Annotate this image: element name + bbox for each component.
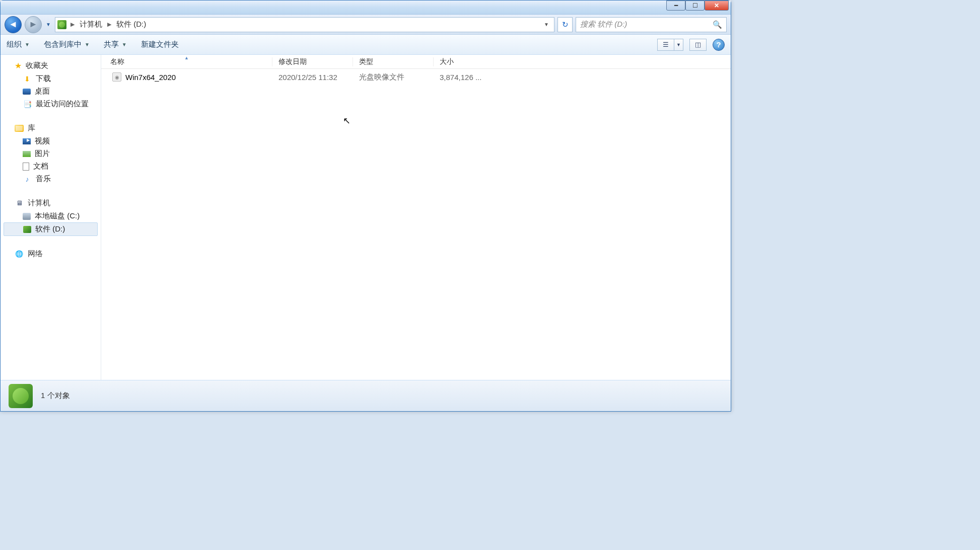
help-button[interactable]: ?	[713, 39, 725, 51]
drive-icon	[57, 20, 66, 29]
computer-label: 计算机	[28, 198, 50, 208]
file-row[interactable]: ◉ Win7x64_2020 2020/12/25 11:32 光盘映像文件 3…	[101, 69, 731, 85]
iso-file-icon: ◉	[112, 72, 121, 82]
view-mode-button[interactable]: ☰	[657, 39, 674, 51]
sidebar-drive-d[interactable]: 软件 (D:)	[4, 222, 98, 236]
search-icon[interactable]: 🔍	[713, 20, 722, 29]
favorites-group: ★ 收藏夹 下载 桌面 最近访问的位置	[1, 59, 101, 110]
titlebar[interactable]: ━ ☐ ✕	[1, 1, 731, 15]
drive-icon	[23, 213, 31, 220]
navigation-pane: ★ 收藏夹 下载 桌面 最近访问的位置	[1, 55, 101, 380]
download-icon	[23, 74, 32, 84]
computer-group: 计算机 本地磁盘 (C:) 软件 (D:)	[1, 196, 101, 236]
desktop-icon	[23, 89, 31, 95]
refresh-button[interactable]: ↻	[557, 17, 573, 32]
organize-button[interactable]: 组织 ▼	[7, 40, 30, 49]
library-icon	[15, 125, 24, 132]
sidebar-favorites[interactable]: ★ 收藏夹	[1, 59, 101, 72]
forward-button[interactable]: ►	[25, 16, 42, 33]
search-placeholder: 搜索 软件 (D:)	[580, 20, 627, 29]
address-bar[interactable]: ▶ 计算机 ▶ 软件 (D:) ▼	[55, 17, 554, 32]
favorites-label: 收藏夹	[26, 61, 48, 70]
include-label: 包含到库中	[44, 40, 82, 49]
network-label: 网络	[28, 249, 43, 259]
sidebar-drive-c[interactable]: 本地磁盘 (C:)	[1, 210, 101, 222]
organize-label: 组织	[7, 40, 22, 49]
recent-icon	[23, 100, 32, 109]
sidebar-videos[interactable]: 视频	[1, 135, 101, 147]
maximize-button[interactable]: ☐	[685, 1, 705, 11]
libraries-group: 库 视频 图片 文档 音乐	[1, 121, 101, 185]
breadcrumb-drive[interactable]: 软件 (D:)	[115, 20, 147, 29]
column-date[interactable]: 修改日期	[272, 57, 353, 66]
new-folder-label: 新建文件夹	[141, 40, 179, 49]
view-mode-dropdown[interactable]: ▼	[674, 39, 683, 51]
toolbar: 组织 ▼ 包含到库中 ▼ 共享 ▼ 新建文件夹 ☰ ▼ ◫ ?	[1, 35, 731, 55]
music-label: 音乐	[36, 174, 51, 184]
chevron-down-icon: ▼	[122, 42, 127, 47]
minimize-button[interactable]: ━	[666, 1, 685, 11]
pictures-label: 图片	[35, 149, 50, 159]
documents-label: 文档	[33, 162, 48, 171]
file-name: Win7x64_2020	[125, 73, 176, 82]
status-count: 1 个对象	[41, 391, 70, 401]
picture-icon	[23, 151, 31, 157]
chevron-down-icon: ▼	[85, 42, 90, 47]
file-size-cell: 3,874,126 ...	[434, 73, 489, 82]
include-library-button[interactable]: 包含到库中 ▼	[44, 40, 90, 49]
drive-d-label: 软件 (D:)	[35, 224, 65, 234]
downloads-label: 下载	[36, 74, 51, 84]
column-name[interactable]: ▲ 名称	[101, 57, 272, 66]
search-input[interactable]: 搜索 软件 (D:) 🔍	[576, 17, 727, 32]
mouse-cursor-icon: ↖	[343, 115, 351, 126]
videos-label: 视频	[35, 136, 50, 146]
file-date-cell: 2020/12/25 11:32	[272, 73, 353, 82]
breadcrumb-computer[interactable]: 计算机	[79, 20, 103, 29]
video-icon	[23, 138, 31, 144]
sidebar-recent[interactable]: 最近访问的位置	[1, 98, 101, 110]
explorer-window: ━ ☐ ✕ ◄ ► ▼ ▶ 计算机 ▶ 软件 (D:) ▼ ↻ 搜索 软件 (D…	[0, 0, 731, 412]
sidebar-music[interactable]: 音乐	[1, 173, 101, 185]
share-label: 共享	[104, 40, 119, 49]
document-icon	[23, 163, 29, 171]
file-list-area[interactable]: ▲ 名称 修改日期 类型 大小 ◉ Win7x64_2020 2020/12/2…	[101, 55, 731, 380]
sidebar-documents[interactable]: 文档	[1, 160, 101, 173]
star-icon: ★	[15, 61, 22, 70]
network-icon	[15, 250, 24, 259]
status-bar: 1 个对象	[1, 380, 731, 411]
toolbar-right: ☰ ▼ ◫ ?	[657, 39, 725, 51]
sidebar-pictures[interactable]: 图片	[1, 147, 101, 160]
computer-icon	[15, 199, 24, 208]
chevron-down-icon: ▼	[25, 42, 30, 47]
column-size[interactable]: 大小	[434, 57, 489, 66]
drive-large-icon	[9, 384, 33, 408]
sidebar-computer[interactable]: 计算机	[1, 196, 101, 210]
sidebar-libraries[interactable]: 库	[1, 121, 101, 135]
address-dropdown[interactable]: ▼	[541, 22, 552, 27]
preview-pane-button[interactable]: ◫	[689, 39, 707, 51]
close-button[interactable]: ✕	[705, 1, 729, 11]
sidebar-network[interactable]: 网络	[1, 247, 101, 261]
column-type[interactable]: 类型	[353, 57, 434, 66]
desktop-label: 桌面	[35, 87, 50, 96]
recent-label: 最近访问的位置	[36, 99, 89, 109]
new-folder-button[interactable]: 新建文件夹	[141, 40, 179, 49]
drive-c-label: 本地磁盘 (C:)	[35, 211, 80, 221]
file-type-cell: 光盘映像文件	[353, 72, 434, 82]
breadcrumb-separator: ▶	[105, 21, 113, 28]
history-dropdown[interactable]: ▼	[45, 22, 52, 27]
sidebar-downloads[interactable]: 下载	[1, 72, 101, 85]
sidebar-desktop[interactable]: 桌面	[1, 85, 101, 98]
libraries-label: 库	[28, 123, 35, 133]
breadcrumb-separator: ▶	[68, 21, 77, 28]
window-controls: ━ ☐ ✕	[666, 1, 729, 11]
music-icon	[23, 175, 32, 184]
share-button[interactable]: 共享 ▼	[104, 40, 127, 49]
column-headers: ▲ 名称 修改日期 类型 大小	[101, 55, 731, 69]
main-area: ★ 收藏夹 下载 桌面 最近访问的位置	[1, 55, 731, 380]
sort-indicator-icon: ▲	[184, 55, 189, 60]
drive-icon	[23, 226, 31, 233]
back-button[interactable]: ◄	[5, 16, 22, 33]
navigation-row: ◄ ► ▼ ▶ 计算机 ▶ 软件 (D:) ▼ ↻ 搜索 软件 (D:) 🔍	[1, 15, 731, 35]
network-group: 网络	[1, 247, 101, 261]
